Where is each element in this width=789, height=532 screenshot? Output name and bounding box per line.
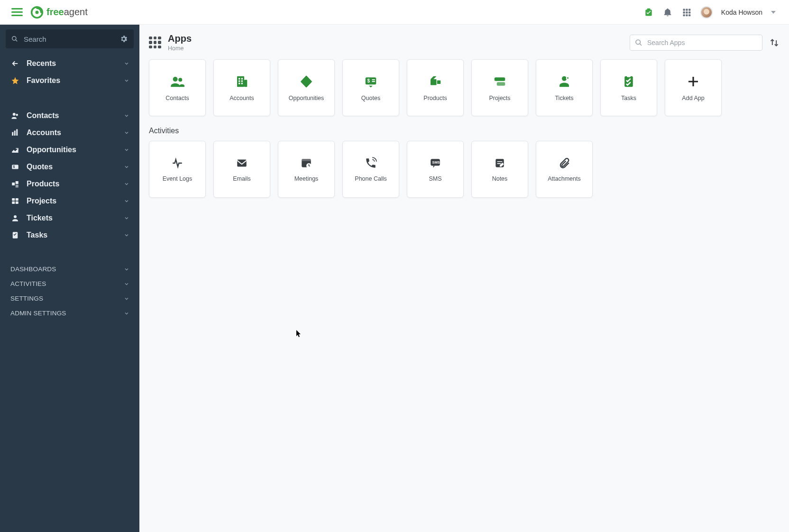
svg-rect-49: [624, 76, 633, 87]
sidebar-item-contacts[interactable]: Contacts: [0, 107, 139, 124]
nav-apps: Contacts Accounts Opportunities $ Quotes…: [0, 105, 139, 246]
card-label: SMS: [429, 175, 441, 182]
svg-point-29: [636, 40, 640, 44]
clipboard-icon[interactable]: [643, 7, 654, 18]
app-card-add-app[interactable]: Add App: [665, 59, 722, 116]
tasks-icon: [10, 230, 20, 240]
chevron-down-icon: [123, 215, 130, 221]
sidebar-item-quotes[interactable]: $ Quotes: [0, 158, 139, 175]
apps-grid-icon[interactable]: [681, 7, 692, 18]
svg-rect-40: [241, 83, 243, 84]
activity-card-event-logs[interactable]: Event Logs: [149, 141, 206, 198]
activity-card-emails[interactable]: Emails: [213, 141, 270, 198]
nav-favorites[interactable]: Favorites: [0, 72, 139, 89]
sidebar-section-admin-settings[interactable]: ADMIN SETTINGS: [0, 306, 139, 321]
card-label: Quotes: [361, 95, 380, 101]
sidebar-item-opportunities[interactable]: Opportunities: [0, 141, 139, 158]
activity-card-notes[interactable]: Notes: [471, 141, 528, 198]
sidebar-section-activities[interactable]: ACTIVITIES: [0, 276, 139, 291]
app-card-tasks[interactable]: Tasks: [600, 59, 657, 116]
svg-rect-26: [16, 202, 18, 204]
activity-card-phone-calls[interactable]: Phone Calls: [342, 141, 399, 198]
tickets-icon: [557, 74, 572, 89]
sidebar-item-accounts[interactable]: Accounts: [0, 124, 139, 141]
tickets-icon: [10, 213, 20, 223]
apps-grid: Contacts Accounts Opportunities$ Quotes …: [149, 59, 780, 116]
svg-rect-51: [237, 159, 247, 166]
activity-card-attachments[interactable]: Attachments: [536, 141, 593, 198]
activity-card-meetings[interactable]: Meetings: [278, 141, 335, 198]
chevron-down-icon: [123, 310, 130, 317]
menu-toggle[interactable]: [11, 7, 23, 18]
svg-rect-17: [16, 129, 18, 136]
pulse-icon: [171, 156, 184, 170]
sidebar-item-tasks[interactable]: Tasks: [0, 227, 139, 244]
breadcrumb[interactable]: Home: [168, 45, 192, 52]
svg-rect-36: [241, 78, 243, 80]
nav-meta-label: ADMIN SETTINGS: [10, 310, 66, 317]
svg-line-30: [640, 44, 642, 46]
avatar[interactable]: [700, 6, 713, 18]
chevron-down-icon: [123, 232, 130, 238]
svg-rect-7: [688, 11, 690, 13]
svg-rect-33: [237, 76, 244, 87]
search-apps[interactable]: [630, 35, 762, 51]
svg-rect-45: [495, 77, 505, 81]
nav-label: Tickets: [27, 214, 53, 222]
nav-meta-label: DASHBOARDS: [10, 266, 56, 273]
svg-text:$: $: [13, 165, 15, 169]
svg-point-47: [562, 76, 567, 81]
sidebar-search-input[interactable]: [23, 35, 115, 44]
card-label: Meetings: [294, 175, 319, 182]
svg-rect-4: [688, 9, 690, 10]
products-icon: [428, 74, 443, 89]
nav-primary: Recents Favorites: [0, 53, 139, 91]
svg-rect-35: [239, 78, 240, 80]
user-menu-caret[interactable]: [771, 11, 776, 14]
svg-rect-39: [239, 83, 240, 84]
card-label: Event Logs: [163, 175, 193, 182]
sidebar-search[interactable]: [6, 29, 134, 48]
app-card-projects[interactable]: Projects: [471, 59, 528, 116]
nav-recents[interactable]: Recents: [0, 55, 139, 72]
calendar-clock-icon: [300, 156, 313, 170]
search-apps-input[interactable]: [646, 38, 757, 47]
sort-icon[interactable]: [769, 37, 780, 48]
card-label: Emails: [233, 175, 251, 182]
nav-label: Opportunities: [27, 146, 76, 154]
app-card-opportunities[interactable]: Opportunities: [278, 59, 335, 116]
svg-rect-46: [497, 82, 505, 86]
chevron-down-icon: [123, 164, 130, 170]
app-card-accounts[interactable]: Accounts: [213, 59, 270, 116]
bell-icon[interactable]: [662, 7, 673, 18]
app-card-contacts[interactable]: Contacts: [149, 59, 206, 116]
contacts-icon: [10, 111, 20, 120]
tasks-icon: [621, 74, 636, 89]
app-card-products[interactable]: Products: [407, 59, 464, 116]
chevron-down-icon: [123, 77, 130, 84]
search-settings-icon[interactable]: [119, 35, 128, 43]
sidebar-item-tickets[interactable]: Tickets: [0, 210, 139, 227]
main-header: Apps Home: [149, 33, 780, 52]
svg-point-14: [16, 114, 18, 116]
sidebar-item-projects[interactable]: Projects: [0, 193, 139, 210]
card-label: Attachments: [548, 175, 580, 182]
accounts-icon: [234, 74, 249, 89]
sidebar-section-dashboards[interactable]: DASHBOARDS: [0, 262, 139, 276]
chevron-down-icon: [123, 112, 130, 119]
star-icon: [10, 76, 20, 85]
activity-card-sms[interactable]: SMS SMS: [407, 141, 464, 198]
sidebar-section-settings[interactable]: SETTINGS: [0, 291, 139, 306]
svg-rect-28: [13, 232, 18, 238]
app-card-quotes[interactable]: $ Quotes: [342, 59, 399, 116]
brand-logo[interactable]: freeagent: [30, 6, 88, 19]
svg-point-11: [12, 37, 16, 40]
svg-point-31: [173, 77, 178, 82]
app-card-tickets[interactable]: Tickets: [536, 59, 593, 116]
sidebar-item-products[interactable]: Products: [0, 175, 139, 193]
apps-grid-icon: [149, 37, 161, 49]
svg-rect-25: [12, 202, 15, 204]
svg-rect-34: [244, 80, 247, 87]
svg-rect-15: [12, 132, 13, 136]
svg-point-1: [36, 10, 39, 14]
